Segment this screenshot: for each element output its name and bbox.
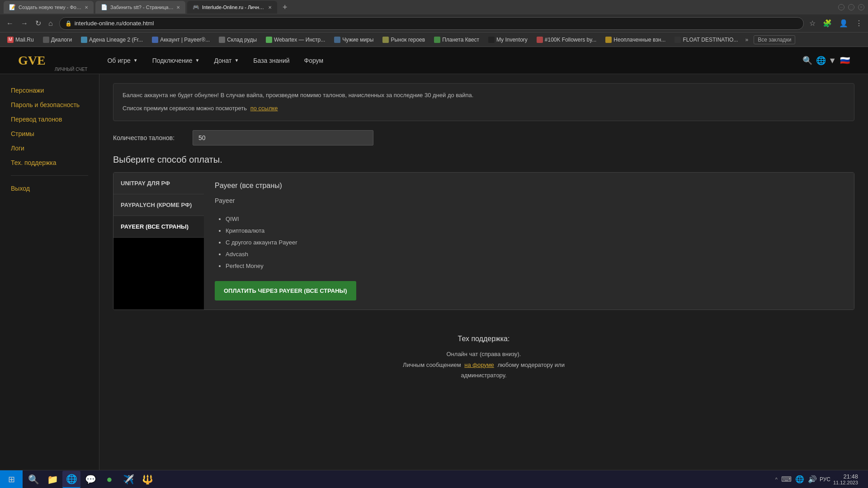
tab-2[interactable]: 📄 Забинить stt? - Страница 2 - О... ✕ (95, 1, 185, 14)
bookmark-float[interactable]: FLOAT DESTINATIO... (671, 36, 741, 44)
home-button[interactable]: ⌂ (46, 18, 56, 29)
bookmark-favicon-planeta (434, 37, 440, 43)
taskbar-chevron[interactable]: ^ (775, 477, 778, 482)
bookmark-chuzhie[interactable]: Чужие миры (330, 36, 377, 44)
bookmark-dialogi[interactable]: Диалоги (39, 36, 75, 44)
nav-knowledge[interactable]: База знаний (247, 53, 296, 68)
bookmark-neoplachennye[interactable]: Неоплаченные взн... (602, 36, 669, 44)
back-button[interactable]: ← (4, 18, 16, 29)
taskbar-volume-icon[interactable]: 🔊 (808, 475, 817, 483)
new-tab-button[interactable]: + (279, 3, 291, 12)
extensions-button[interactable]: 🧩 (821, 17, 834, 29)
main-layout: Персонажи Пароль и безопасность Перевод … (0, 74, 868, 470)
bookmark-rinok[interactable]: Рынок героев (379, 36, 429, 44)
tab-close-1[interactable]: ✕ (85, 5, 88, 10)
bookmark-favicon-inventory (488, 37, 495, 43)
logo-text: GVE (18, 53, 46, 67)
payment-method-paypalych[interactable]: PAYPALYCH (КРОМЕ РФ) (113, 194, 204, 216)
nav-donat[interactable]: Донат ▼ (208, 53, 245, 68)
bookmarks-more[interactable]: » (743, 37, 750, 43)
bookmark-favicon-100k (537, 37, 543, 43)
taskbar-telegram[interactable]: ✈️ (119, 471, 137, 488)
forward-button[interactable]: → (18, 18, 31, 29)
taskbar-lang[interactable]: РУС (820, 476, 830, 483)
bookmark-label-chuzhie: Чужие миры (342, 37, 373, 43)
reload-button[interactable]: ↻ (33, 17, 44, 29)
taskbar-network-icon[interactable]: 🌐 (795, 475, 804, 483)
tab-close-2[interactable]: ✕ (176, 5, 180, 10)
start-button[interactable]: ⊞ (0, 470, 23, 488)
bookmark-sklad[interactable]: Склад руды (215, 36, 260, 44)
bookmarks-all-label[interactable]: Все закладки (754, 35, 795, 44)
language-selector[interactable]: 🌐 ▼ (816, 56, 836, 66)
taskbar-right: ^ ⌨ 🌐 🔊 РУС 21:48 11.12.2023 (770, 473, 868, 485)
taskbar-keyboard-icon: ⌨ (781, 475, 792, 483)
bookmark-label-inventory: My Inventory (496, 37, 528, 43)
taskbar-time-display: 21:48 (833, 473, 858, 480)
menu-button[interactable]: ⋮ (854, 17, 864, 29)
sidebar-item-characters[interactable]: Персонажи (0, 83, 99, 98)
tab-3[interactable]: 🎮 Interlude-Online.ru - Личный к... ✕ (187, 1, 277, 14)
taskbar-apps: 🔍 📁 🌐 💬 ● ✈️ 🔱 (23, 471, 770, 488)
address-bar[interactable]: 🔒 interlude-online.ru/donate.html (59, 17, 804, 30)
taskbar-chrome[interactable]: ● (100, 471, 118, 488)
taskbar-time[interactable]: 21:48 11.12.2023 (833, 473, 858, 485)
sidebar-item-support[interactable]: Тех. поддержка (0, 155, 99, 170)
sidebar-item-password[interactable]: Пароль и безопасность (0, 98, 99, 112)
sidebar-item-logs[interactable]: Логи (0, 141, 99, 155)
tab-favicon-2: 📄 (101, 4, 108, 10)
taskbar-app-extra[interactable]: 🔱 (138, 471, 156, 488)
site-nav-icons: 🔍 🌐 ▼ 🇷🇺 (802, 56, 850, 66)
bookmark-favicon-neoplachennye (605, 37, 612, 43)
nav-connect-arrow: ▼ (195, 58, 199, 63)
nav-forum[interactable]: Форум (298, 53, 330, 68)
bookmark-planeta[interactable]: Планета Квест (430, 36, 483, 44)
tech-support-line4: администратору. (122, 370, 845, 380)
info-text: Баланс аккаунта не будет обнулен! В случ… (123, 91, 845, 100)
maximize-button[interactable]: □ (848, 4, 854, 10)
nav-connect[interactable]: Подключение ▼ (146, 53, 206, 68)
bookmark-label-sklad: Склад руды (227, 37, 257, 43)
payment-method-unitpay[interactable]: UNITPAY ДЛЯ РФ (113, 173, 204, 194)
sidebar-item-streams[interactable]: Стримы (0, 127, 99, 141)
profile-button[interactable]: 👤 (837, 17, 850, 29)
address-text: interlude-online.ru/donate.html (75, 20, 798, 27)
tab-1[interactable]: 📝 Создать новую тему - Форум и... ✕ (4, 1, 94, 14)
bookmark-label-100k: #100K Followers by... (545, 37, 597, 43)
payeer-method-perfectmoney: Perfect Money (226, 260, 843, 272)
taskbar-discord[interactable]: 💬 (81, 471, 99, 488)
nav-actions: ☆ 🧩 👤 ⋮ (807, 17, 864, 29)
taskbar-files[interactable]: 📁 (43, 471, 61, 488)
tokens-input[interactable] (193, 130, 373, 145)
tech-support-forum-link[interactable]: на форуме (464, 361, 494, 368)
tab-close-3[interactable]: ✕ (268, 5, 272, 10)
taskbar-browser[interactable]: 🌐 (62, 471, 80, 488)
close-button[interactable]: ✕ (858, 4, 864, 10)
nav-about[interactable]: Об игре ▼ (101, 53, 144, 68)
bookmark-adena[interactable]: Адена Lineage 2 (Fr... (77, 36, 146, 44)
payment-method-payeer[interactable]: PAYEER (ВСЕ СТРАНЫ) (113, 216, 204, 238)
nav-about-arrow: ▼ (133, 58, 138, 63)
bookmark-favicon-mail: M (7, 37, 14, 43)
bookmark-favicon-rinok (382, 37, 389, 43)
sidebar-item-logout[interactable]: Выход (0, 181, 99, 196)
bookmark-payeer[interactable]: Аккаунт | Payeer®... (148, 36, 213, 44)
bookmark-webartex[interactable]: Webartex — Инстр... (262, 36, 329, 44)
payment-method-black-area (113, 238, 204, 310)
taskbar-search[interactable]: 🔍 (24, 471, 42, 488)
info-link[interactable]: по ссылке (250, 105, 278, 112)
nav-buttons: ← → ↻ ⌂ (4, 17, 56, 29)
bookmark-100k[interactable]: #100K Followers by... (533, 36, 600, 44)
bookmark-star-button[interactable]: ☆ (807, 17, 817, 29)
sidebar-item-transfer[interactable]: Перевод талонов (0, 112, 99, 127)
tab-title-3: Interlude-Online.ru - Личный к... (202, 5, 265, 10)
payeer-subtitle: Payeer (215, 197, 843, 204)
bookmark-inventory[interactable]: My Inventory (485, 36, 531, 44)
page-wrapper: GVE ЛИЧНЫЙ СЧЕТ Об игре ▼ Подключение ▼ … (0, 47, 868, 470)
flag-icon[interactable]: 🇷🇺 (840, 56, 850, 66)
bookmark-mail[interactable]: M Mail.Ru (4, 36, 38, 44)
info-box: Баланс аккаунта не будет обнулен! В случ… (113, 83, 854, 121)
minimize-button[interactable]: ─ (838, 4, 844, 10)
pay-via-payeer-button[interactable]: ОПЛАТИТЬ ЧЕРЕЗ PAYEER (ВСЕ СТРАНЫ) (215, 281, 356, 300)
search-button[interactable]: 🔍 (802, 56, 812, 66)
